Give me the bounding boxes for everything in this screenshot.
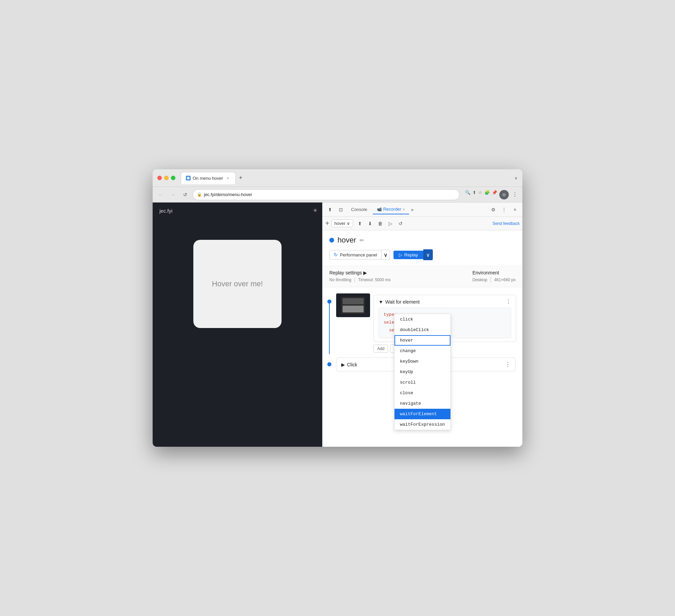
type-dropdown-menu: click doubleClick hover change keyDown k… [394,314,451,430]
dropdown-item-keyup[interactable]: keyUp [394,367,450,377]
forward-button[interactable]: → [168,190,178,199]
replay-settings-bar: Replay settings ▶ No throttling | Timeou… [323,266,522,287]
browser-menu-button[interactable]: ⋮ [511,190,519,199]
replay-dropdown-button[interactable]: ∨ [423,249,433,260]
tab-favicon [186,176,191,180]
replay-button[interactable]: ▷ Replay [393,251,423,259]
recording-header: hover ✏ ↻ Performance panel ∨ [323,230,522,266]
console-tab-label: Console [351,207,367,212]
wait-for-element-card: ▼ Wait for element ⋮ type: [373,295,516,342]
replay-settings-label: Replay settings [329,270,362,275]
dropdown-item-doubleclick[interactable]: doubleClick [394,325,450,335]
tab-recorder[interactable]: 📹 Recorder × [373,205,409,214]
close-button[interactable] [157,176,162,180]
dropdown-item-change[interactable]: change [394,346,450,356]
dropdown-item-scroll[interactable]: scroll [394,377,450,388]
lock-icon: 🔒 [197,192,202,197]
hover-card[interactable]: Hover over me! [193,240,282,328]
add-recording-button[interactable]: + [325,219,329,227]
steps-area: ▼ Wait for element ⋮ type: [323,287,522,447]
click-step-more-icon[interactable]: ⋮ [505,361,510,368]
throttling-detail: No throttling [329,277,351,282]
dropdown-item-hover[interactable]: hover [394,335,450,346]
back-button[interactable]: ← [156,190,166,199]
recorder-controls: ↻ Performance panel ∨ ▷ Replay ∨ [329,249,516,260]
send-feedback-link[interactable]: Send feedback [493,221,520,226]
chevron-down-icon[interactable]: ∨ [515,176,518,180]
step-title-text: Wait for element [385,299,420,305]
device-type: Desktop [473,277,487,282]
devtools-close-button[interactable]: × [510,205,520,214]
export-button[interactable]: ⬆ [355,219,365,228]
device-toolbar-icon[interactable]: ⊡ [336,205,346,214]
play-once-button[interactable]: ▷ [386,219,395,228]
add-step-button-1[interactable]: Add [373,345,388,353]
tab-close-button[interactable]: × [225,175,231,181]
share-icon[interactable]: ⬆ [473,190,476,199]
click-step-title[interactable]: ▶ Click [341,362,357,367]
maximize-button[interactable] [171,176,175,180]
import-button[interactable]: ⬇ [365,219,375,228]
step-more-icon[interactable]: ⋮ [506,299,511,305]
performance-panel-button[interactable]: ↻ Performance panel [329,250,382,259]
step-title[interactable]: ▼ Wait for element [379,299,420,305]
traffic-lights [157,176,175,180]
replay-settings-arrow-icon: ▶ [363,270,367,275]
tab-console[interactable]: Console [347,205,371,214]
recorder-content: hover ✏ ↻ Performance panel ∨ [323,230,522,447]
pin-icon[interactable]: 📌 [492,190,497,199]
refresh-button[interactable]: ↺ [180,190,190,199]
replay-play-icon: ▷ [399,252,402,257]
dropdown-item-waitforelement[interactable]: waitForElement [394,409,450,419]
url-text: jec.fyi/demo/menu-hover [204,192,252,197]
perf-panel-icon: ↻ [334,252,338,257]
recording-name: hover [338,236,356,245]
main-content: jec.fyi ☀ Hover over me! ⬆ ⊡ Console 📹 R… [153,203,522,447]
address-bar-icons: 🔍 ⬆ ☆ 🧩 📌 ⊙ ⋮ [465,190,519,199]
address-bar-row: ← → ↺ 🔒 jec.fyi/demo/menu-hover 🔍 ⬆ ☆ 🧩 … [153,187,522,203]
elements-tab-icon[interactable]: ⬆ [325,205,335,214]
devtools-panel: ⬆ ⊡ Console 📹 Recorder × » ⚙ ⋮ × + [322,203,522,447]
bookmark-icon[interactable]: ☆ [478,190,482,199]
step-thumbnail-row: ▼ Wait for element ⋮ type: [323,291,522,354]
wait-for-element-area: ▼ Wait for element ⋮ type: [373,293,519,354]
perf-panel-dropdown-button[interactable]: ∨ [381,250,390,260]
step-header: ▼ Wait for element ⋮ [379,299,511,305]
minimize-button[interactable] [164,176,169,180]
edit-name-icon[interactable]: ✏ [360,237,364,244]
dropdown-item-waitforexpression[interactable]: waitForExpression [394,419,450,430]
dropdown-item-navigate[interactable]: navigate [394,398,450,409]
hover-card-text: Hover over me! [212,280,263,288]
history-button[interactable]: ↺ [396,219,405,228]
dropdown-item-close[interactable]: close [394,388,450,398]
devtools-settings-icon[interactable]: ⚙ [488,205,498,214]
replay-settings-right: Environment Desktop | 461×660 px [473,270,516,283]
devtools-more-icon[interactable]: ⋮ [499,205,509,214]
search-icon[interactable]: 🔍 [465,190,470,199]
more-tabs-button[interactable]: » [411,207,414,212]
recording-name-dropdown: hover [334,221,346,226]
recorder-tab-close[interactable]: × [403,207,405,211]
browser-window: On menu hover × + ∨ ← → ↺ 🔒 jec.fyi/demo… [153,169,522,447]
delete-button[interactable]: 🗑 [375,219,385,228]
dropdown-arrow-icon: ∨ [347,221,350,226]
browser-tab[interactable]: On menu hover × [181,172,236,184]
extension-icon[interactable]: 🧩 [484,190,490,199]
theme-toggle-button[interactable]: ☀ [313,207,317,214]
timeline-dot-1 [327,300,331,304]
click-expand-icon: ▶ [341,362,345,367]
perf-panel-label: Performance panel [340,252,377,257]
dropdown-item-click[interactable]: click [394,314,450,325]
profile-icon[interactable]: ⊙ [499,190,509,199]
replay-button-label: Replay [404,252,418,257]
new-tab-button[interactable]: + [236,173,246,183]
timeline-line-1 [329,304,330,354]
svg-point-0 [187,177,190,179]
recorder-toolbar: + hover ∨ ⬆ ⬇ 🗑 ▷ ↺ Send feedback [323,217,522,230]
recording-selector[interactable]: hover ∨ [331,219,353,227]
title-bar: On menu hover × + ∨ [153,169,522,187]
address-bar[interactable]: 🔒 jec.fyi/demo/menu-hover [193,189,460,200]
dropdown-item-keydown[interactable]: keyDown [394,356,450,367]
recorder-tab-label: Recorder [383,207,401,212]
replay-settings-title[interactable]: Replay settings ▶ [329,270,473,275]
